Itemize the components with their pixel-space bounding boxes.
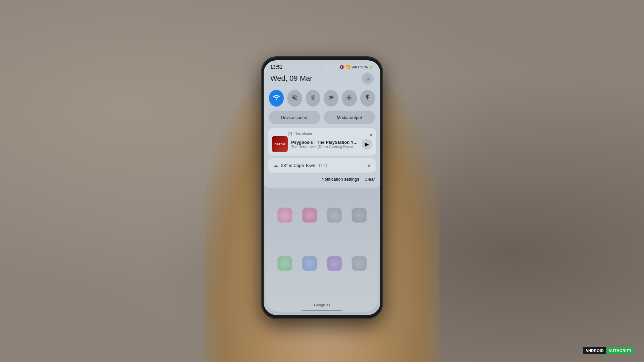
clear-notifications-button[interactable]: Clear	[365, 177, 375, 182]
retro-logo: RETRO	[272, 136, 288, 152]
home-app-icon-4[interactable]	[352, 208, 367, 223]
control-buttons-row: Device control Media output	[264, 111, 380, 128]
status-bar: 13:51 🔇 📶 WiFi 95% 🔋	[264, 60, 380, 71]
notification-shade: 13:51 🔇 📶 WiFi 95% 🔋 Wed, 09 Mar ⚙️	[264, 60, 380, 188]
notification-settings-button[interactable]: Notification settings	[321, 177, 359, 182]
device-control-button[interactable]: Device control	[269, 111, 320, 124]
cloud-icon: ☁	[273, 162, 278, 169]
device-control-label: Device control	[281, 115, 308, 120]
retro-logo-text: RETRO	[274, 142, 285, 146]
status-icons: 🔇 📶 WiFi 95% 🔋	[339, 65, 374, 69]
media-expand-button[interactable]: ∨	[369, 131, 373, 138]
rotation-tile[interactable]	[324, 90, 338, 107]
play-button[interactable]: ▶	[362, 139, 372, 149]
weather-notification-card[interactable]: ☁ 28° in Cape Town 13:21 ∨	[268, 158, 376, 173]
carrier-label: Google Fi	[264, 303, 380, 307]
airplane-tile[interactable]	[342, 90, 357, 107]
media-output-label: Media output	[337, 115, 362, 120]
phone-wrapper: 13:51 🔇 📶 WiFi 95% 🔋 Wed, 09 Mar ⚙️	[262, 57, 382, 318]
bluetooth-tile-icon	[310, 94, 316, 103]
media-source-text: This phone	[294, 131, 312, 135]
battery-icon: 🔋	[369, 65, 374, 69]
wifi-icon: WiFi	[352, 65, 359, 69]
chevron-down-icon: ∨	[369, 132, 373, 137]
wifi-tile-icon	[273, 94, 280, 103]
phone-device: 13:51 🔇 📶 WiFi 95% 🔋 Wed, 09 Mar ⚙️	[262, 57, 382, 318]
sync-icon: 🔄	[288, 132, 292, 135]
media-notification-card[interactable]: 🔄 This phone RETRO Psygno	[268, 128, 376, 156]
notification-actions-row: Notification settings Clear	[264, 175, 380, 184]
weather-text: 28° in Cape Town 13:21	[281, 163, 364, 168]
notifications-area: 🔄 This phone RETRO Psygno	[264, 128, 380, 173]
media-artwork: RETRO	[272, 136, 288, 152]
date-row: Wed, 09 Mar ⚙️	[264, 71, 380, 88]
media-notification-content: 🔄 This phone RETRO Psygno	[268, 128, 376, 156]
wifi-tile[interactable]	[269, 90, 284, 107]
bluetooth-tile[interactable]	[306, 90, 320, 107]
watermark-authority-text: AUTHORITY	[606, 347, 634, 354]
media-info: Psygnosis : The PlayStation Years - T...…	[291, 140, 358, 149]
media-subtitle: The Retro Hour (Retro Gaming Podca...	[291, 145, 358, 149]
rotation-tile-icon	[328, 94, 334, 103]
mute-icon: 🔇	[339, 65, 344, 69]
phone-screen: 13:51 🔇 📶 WiFi 95% 🔋 Wed, 09 Mar ⚙️	[264, 60, 380, 315]
status-time: 13:51	[270, 64, 282, 70]
media-source-row: 🔄 This phone	[288, 131, 363, 135]
silent-tile-icon	[291, 94, 298, 103]
flashlight-tile[interactable]	[360, 90, 375, 107]
quick-tiles-row	[264, 88, 380, 111]
battery-text: 95%	[360, 65, 368, 69]
weather-notification-content: ☁ 28° in Cape Town 13:21 ∨	[268, 158, 376, 173]
gear-icon: ⚙️	[364, 75, 371, 82]
weather-time: 13:21	[318, 164, 328, 168]
home-app-icon-2[interactable]	[302, 208, 317, 223]
media-title: Psygnosis : The PlayStation Years - T...	[291, 140, 358, 145]
media-controls: ▶	[362, 139, 372, 149]
silent-tile[interactable]	[287, 90, 302, 107]
homescreen-background	[266, 188, 378, 312]
date-text: Wed, 09 Mar	[270, 74, 313, 83]
signal-icon: 📶	[345, 65, 350, 69]
dock-icon-4[interactable]	[352, 256, 367, 271]
nav-bar	[302, 310, 342, 311]
play-icon: ▶	[365, 141, 369, 147]
weather-expand-button[interactable]: ∨	[367, 162, 371, 169]
airplane-tile-icon	[346, 94, 353, 103]
flashlight-tile-icon	[364, 94, 371, 103]
media-output-button[interactable]: Media output	[324, 111, 375, 124]
watermark: ANDROID AUTHORITY	[583, 347, 634, 354]
dock-icon-1[interactable]	[277, 256, 292, 271]
weather-location-temp: 28° in Cape Town	[281, 163, 315, 168]
settings-button[interactable]: ⚙️	[362, 72, 374, 84]
home-app-icon-3[interactable]	[327, 208, 342, 223]
dock-icon-2[interactable]	[302, 256, 317, 271]
watermark-android-text: ANDROID	[583, 347, 606, 354]
home-app-icon-1[interactable]	[277, 208, 292, 223]
dock-icon-3[interactable]	[327, 256, 342, 271]
